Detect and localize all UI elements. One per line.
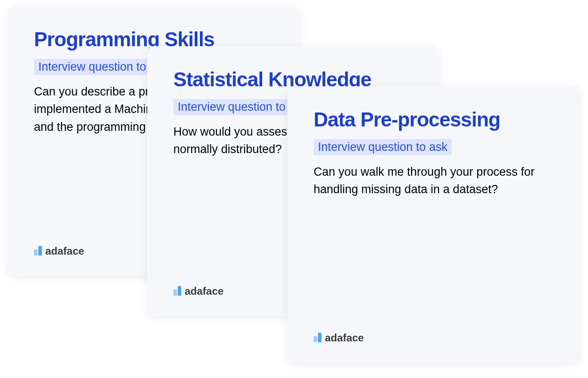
brand-text: adaface: [185, 286, 223, 296]
brand-logo: adaface: [173, 286, 223, 296]
brand-logo: adaface: [34, 246, 84, 255]
adaface-icon: [34, 246, 42, 255]
adaface-icon: [314, 333, 321, 342]
interview-card-preprocessing: Data Pre-processing Interview question t…: [287, 86, 579, 363]
brand-logo: adaface: [314, 333, 364, 342]
card-title: Data Pre-processing: [314, 108, 553, 131]
adaface-icon: [173, 286, 181, 296]
interview-badge: Interview question to ask: [314, 139, 452, 155]
card-body: Can you walk me through your process for…: [314, 163, 553, 198]
brand-text: adaface: [45, 246, 84, 256]
brand-text: adaface: [325, 333, 364, 343]
